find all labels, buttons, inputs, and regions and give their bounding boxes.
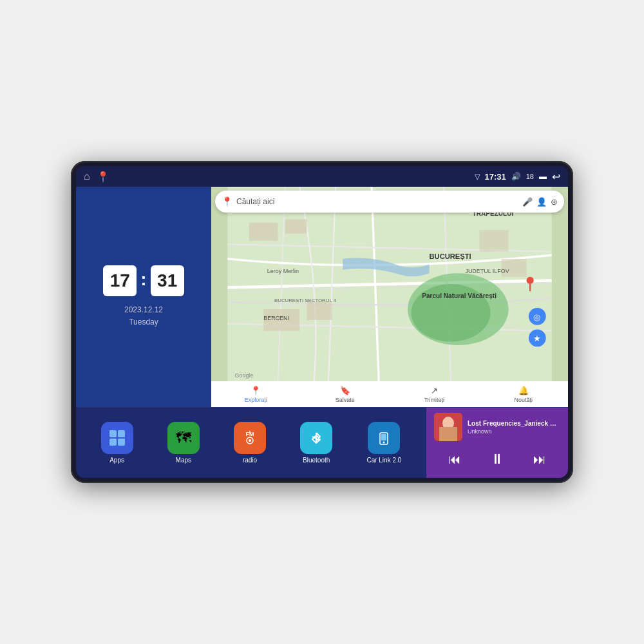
volume-icon: 🔊: [511, 172, 521, 181]
car-head-unit: ⌂ 📍 ▽ 17:31 🔊 18 ▬ ↩ 17 :: [71, 161, 573, 483]
clock-widget: 17 : 31 2023.12.12 Tuesday: [76, 187, 211, 407]
svg-text:BUCUREȘTI SECTORUL 4: BUCUREȘTI SECTORUL 4: [274, 298, 337, 303]
back-button[interactable]: ↩: [552, 171, 560, 183]
svg-text:BUCUREȘTI: BUCUREȘTI: [430, 252, 471, 260]
svg-rect-12: [285, 219, 307, 233]
map-nav-explore[interactable]: 📍 Explorați: [211, 386, 301, 403]
status-right: ▽ 17:31 🔊 18 ▬ ↩: [475, 171, 561, 183]
screen: ⌂ 📍 ▽ 17:31 🔊 18 ▬ ↩ 17 :: [76, 166, 568, 478]
map-nav-share[interactable]: ↗ Trimiteți: [390, 386, 479, 403]
share-icon: ↗: [431, 386, 438, 395]
maps-label: Maps: [176, 457, 191, 464]
date-display: 2023.12.12 Tuesday: [124, 304, 163, 328]
clock-colon: :: [140, 269, 146, 290]
carlink-label: Car Link 2.0: [366, 457, 401, 464]
album-art-image: [434, 413, 462, 441]
battery-icon: ▬: [539, 172, 547, 181]
map-nav-saved[interactable]: 🔖 Salvate: [301, 386, 390, 403]
svg-rect-14: [307, 302, 332, 320]
app-item-carlink[interactable]: Car Link 2.0: [366, 422, 401, 464]
app-item-radio[interactable]: FM radio: [234, 422, 266, 464]
svg-rect-48: [439, 427, 457, 441]
app-item-maps[interactable]: 🗺 Maps: [167, 422, 200, 464]
radio-label: radio: [243, 457, 257, 464]
map-background: Parcul Natural Văcărești Leroy Merlin BU…: [211, 187, 568, 381]
clock-hour: 17: [103, 265, 137, 296]
map-pin-icon: 📍: [222, 196, 232, 207]
status-bar: ⌂ 📍 ▽ 17:31 🔊 18 ▬ ↩: [76, 166, 568, 187]
account-icon[interactable]: 👤: [536, 197, 547, 207]
map-nav-news[interactable]: 🔔 Noutăți: [479, 386, 569, 403]
album-art: [434, 413, 462, 441]
date-value: 2023.12.12: [124, 304, 163, 316]
next-button[interactable]: ⏭: [528, 450, 551, 469]
play-pause-button[interactable]: ⏸: [485, 448, 509, 470]
main-content: 17 : 31 2023.12.12 Tuesday 📍 Căutați aic…: [76, 187, 568, 478]
svg-text:Leroy Merlin: Leroy Merlin: [267, 268, 299, 274]
maps-icon: 🗺: [167, 422, 200, 454]
svg-text:JUDEȚUL ILFOV: JUDEȚUL ILFOV: [465, 268, 509, 274]
svg-rect-31: [109, 430, 117, 437]
map-search-bar[interactable]: 📍 Căutați aici 🎤 👤 ⊛: [215, 191, 564, 213]
svg-rect-43: [381, 434, 386, 440]
svg-rect-15: [480, 230, 509, 252]
map-bottom-nav: 📍 Explorați 🔖 Salvate ↗ Trimiteți 🔔: [211, 381, 568, 407]
saved-icon: 🔖: [340, 386, 350, 395]
svg-text:Google: Google: [235, 372, 254, 379]
apps-icon: [101, 422, 133, 454]
clock-minute: 31: [151, 265, 184, 296]
map-search-actions: 🎤 👤 ⊛: [522, 197, 558, 207]
bottom-row: Apps 🗺 Maps FM: [76, 407, 568, 478]
time-display: 17:31: [485, 172, 506, 182]
music-widget: Lost Frequencies_Janieck Devy-... Unknow…: [426, 408, 568, 478]
maps-shortcut-icon[interactable]: 📍: [97, 171, 109, 183]
svg-point-38: [249, 439, 251, 442]
radio-icon: FM: [234, 422, 266, 454]
svg-rect-11: [249, 223, 278, 241]
battery-level: 18: [526, 173, 534, 180]
svg-text:BERCENI: BERCENI: [263, 315, 289, 321]
music-info: Lost Frequencies_Janieck Devy-... Unknow…: [468, 420, 560, 435]
explore-label: Explorați: [245, 397, 267, 403]
day-value: Tuesday: [124, 316, 163, 328]
music-title: Lost Frequencies_Janieck Devy-...: [468, 420, 560, 427]
mic-icon[interactable]: 🎤: [522, 197, 533, 207]
map-widget[interactable]: 📍 Căutați aici 🎤 👤 ⊛: [211, 187, 568, 407]
bluetooth-icon: [300, 422, 332, 454]
signal-icon: ▽: [475, 173, 480, 181]
svg-rect-32: [118, 430, 125, 437]
saved-label: Salvate: [336, 397, 355, 403]
map-search-text[interactable]: Căutați aici: [236, 197, 518, 206]
music-artist: Unknown: [468, 428, 560, 435]
home-button[interactable]: ⌂: [84, 171, 90, 182]
svg-text:Parcul Natural Văcărești: Parcul Natural Văcărești: [422, 292, 497, 299]
app-grid: Apps 🗺 Maps FM: [76, 408, 426, 478]
svg-text:◎: ◎: [533, 312, 540, 322]
music-controls: ⏮ ⏸ ⏭: [434, 446, 560, 473]
carlink-icon: [368, 422, 400, 454]
news-icon: 🔔: [518, 386, 529, 395]
explore-icon: 📍: [251, 386, 261, 395]
svg-rect-33: [109, 439, 117, 446]
apps-label: Apps: [109, 457, 124, 464]
bluetooth-label: Bluetooth: [303, 457, 330, 464]
news-label: Noutăți: [514, 397, 533, 403]
prev-button[interactable]: ⏮: [443, 450, 466, 469]
share-label: Trimiteți: [424, 397, 444, 403]
music-top: Lost Frequencies_Janieck Devy-... Unknow…: [434, 413, 560, 441]
svg-point-44: [383, 442, 385, 444]
top-row: 17 : 31 2023.12.12 Tuesday 📍 Căutați aic…: [76, 187, 568, 407]
svg-point-25: [527, 277, 534, 284]
app-item-apps[interactable]: Apps: [101, 422, 133, 464]
app-item-bluetooth[interactable]: Bluetooth: [300, 422, 332, 464]
svg-text:★: ★: [533, 334, 541, 343]
clock-display: 17 : 31: [103, 265, 184, 296]
status-left: ⌂ 📍: [84, 171, 109, 183]
svg-rect-34: [118, 439, 125, 446]
layers-icon[interactable]: ⊛: [551, 197, 558, 207]
